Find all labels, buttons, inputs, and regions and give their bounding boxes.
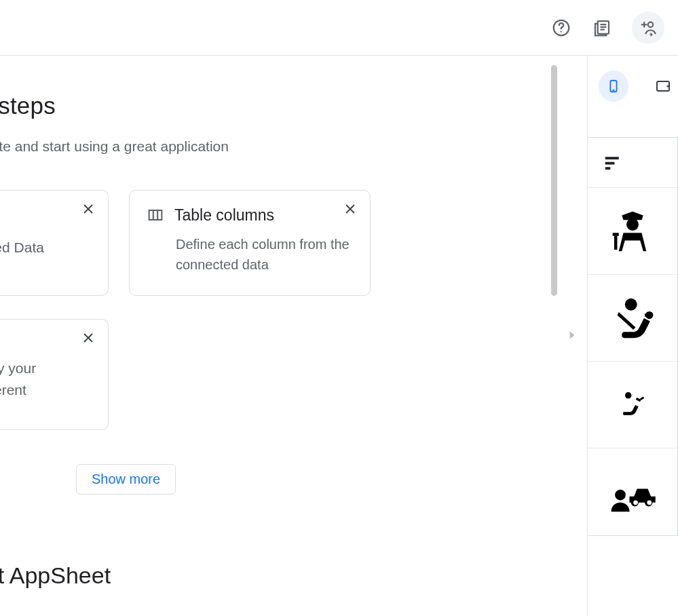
help-icon[interactable] bbox=[550, 17, 572, 39]
show-more-button[interactable]: Show more bbox=[76, 464, 176, 495]
svg-point-6 bbox=[613, 90, 614, 90]
svg-point-1 bbox=[561, 31, 562, 32]
close-icon[interactable] bbox=[343, 201, 358, 216]
list-item[interactable] bbox=[588, 448, 677, 535]
child-seat-icon bbox=[616, 387, 649, 421]
list-item[interactable] bbox=[588, 275, 677, 362]
card-views[interactable]: ne way your th different bbox=[0, 319, 109, 430]
svg-rect-11 bbox=[605, 167, 611, 170]
docs-icon[interactable] bbox=[591, 17, 613, 39]
tablet-mode-icon[interactable] bbox=[649, 71, 679, 102]
device-preview bbox=[588, 137, 678, 536]
scrollbar[interactable] bbox=[551, 65, 557, 296]
svg-point-3 bbox=[648, 22, 653, 26]
table-columns-icon bbox=[146, 206, 165, 225]
card-views-desc: ne way your th different bbox=[0, 358, 92, 400]
svg-rect-13 bbox=[614, 235, 618, 249]
driver-seated-icon bbox=[608, 294, 657, 343]
panel-expand-icon[interactable] bbox=[565, 328, 579, 342]
list-item[interactable] bbox=[588, 362, 677, 448]
svg-rect-14 bbox=[613, 233, 619, 236]
device-app-bar bbox=[588, 138, 677, 188]
card-table-columns[interactable]: Table columns Define each column from th… bbox=[129, 190, 371, 296]
about-appsheet-heading: bout AppSheet bbox=[0, 562, 587, 589]
card-connected-data-title: nnected Data bbox=[0, 237, 92, 258]
list-item[interactable] bbox=[588, 188, 677, 275]
pedestrian-car-icon bbox=[608, 467, 657, 516]
card-table-columns-title: Table columns bbox=[174, 206, 274, 225]
next-steps-subtitle: o create and start using a great applica… bbox=[0, 138, 587, 155]
svg-point-12 bbox=[626, 218, 639, 230]
card-table-columns-desc: Define each column from the connected da… bbox=[176, 234, 354, 275]
svg-point-21 bbox=[647, 500, 652, 505]
svg-point-8 bbox=[668, 85, 668, 86]
close-icon[interactable] bbox=[81, 201, 96, 216]
preview-panel bbox=[587, 56, 678, 616]
top-toolbar bbox=[0, 0, 678, 56]
main-content: ext steps o create and start using a gre… bbox=[0, 56, 587, 616]
svg-rect-9 bbox=[605, 157, 619, 159]
svg-rect-4 bbox=[149, 210, 162, 220]
svg-rect-17 bbox=[645, 313, 649, 317]
next-steps-heading: ext steps bbox=[0, 92, 587, 119]
add-person-icon[interactable] bbox=[632, 12, 664, 44]
police-officer-icon bbox=[608, 207, 657, 256]
phone-mode-icon[interactable] bbox=[599, 71, 628, 102]
svg-point-18 bbox=[625, 392, 631, 398]
svg-point-15 bbox=[625, 298, 637, 310]
svg-point-20 bbox=[633, 500, 638, 505]
close-icon[interactable] bbox=[81, 330, 96, 345]
svg-point-19 bbox=[615, 490, 626, 501]
sort-icon[interactable] bbox=[603, 153, 623, 173]
card-connected-data[interactable]: nnected Data bbox=[0, 190, 109, 296]
svg-rect-10 bbox=[605, 161, 615, 164]
